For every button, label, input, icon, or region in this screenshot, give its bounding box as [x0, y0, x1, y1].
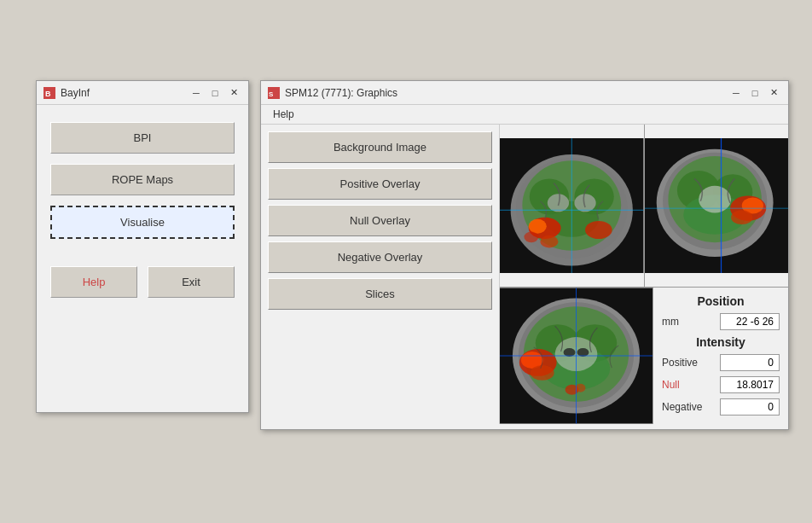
- spm-main: Background Image Positive Overlay Null O…: [261, 125, 788, 424]
- spm-minimize-btn[interactable]: ─: [728, 85, 744, 101]
- svg-point-27: [699, 186, 731, 213]
- negative-value: 0: [720, 398, 780, 415]
- brain-axial-svg: [500, 288, 652, 424]
- negative-intensity-row: Negative 0: [662, 398, 780, 415]
- spm-close-btn[interactable]: ✕: [766, 85, 781, 101]
- spm-maximize-btn[interactable]: □: [747, 85, 763, 101]
- bayinf-content: BPI ROPE Maps Visualise Help Exit: [37, 105, 248, 315]
- brain-images-top: [500, 125, 788, 288]
- svg-text:S: S: [269, 90, 274, 98]
- brain-coronal-svg: [500, 125, 644, 287]
- brain-sagittal-view: [645, 125, 789, 287]
- position-row: mm 22 -6 26: [662, 313, 780, 330]
- spm-left-panel: Background Image Positive Overlay Null O…: [261, 125, 500, 424]
- spm-window-controls: ─ □ ✕: [728, 85, 781, 101]
- svg-point-30: [731, 210, 752, 224]
- background-image-button[interactable]: Background Image: [268, 131, 492, 163]
- bayinf-window: B BayInf ─ □ ✕ BPI ROPE Maps Visualise H…: [36, 80, 249, 413]
- intensity-title: Intensity: [662, 335, 780, 349]
- bayinf-maximize-btn[interactable]: □: [207, 85, 223, 101]
- position-value: 22 -6 26: [720, 313, 780, 330]
- svg-point-17: [524, 232, 538, 243]
- spm-menubar: Help: [261, 105, 788, 125]
- spm-app-icon: S: [268, 87, 280, 99]
- position-title: Position: [662, 294, 780, 308]
- null-label: Null: [662, 379, 709, 391]
- spm-titlebar-left: S SPM12 (7771): Graphics: [268, 87, 397, 99]
- svg-point-14: [529, 219, 547, 234]
- exit-button[interactable]: Exit: [148, 266, 235, 298]
- mm-label: mm: [662, 316, 709, 328]
- bottom-buttons: Help Exit: [50, 266, 235, 298]
- bayinf-minimize-btn[interactable]: ─: [188, 85, 204, 101]
- svg-point-47: [576, 384, 586, 392]
- positive-intensity-row: Positive 0: [662, 354, 780, 371]
- bayinf-close-btn[interactable]: ✕: [226, 85, 241, 101]
- info-panel: Position mm 22 -6 26 Intensity Positive …: [653, 288, 788, 424]
- null-overlay-button[interactable]: Null Overlay: [268, 205, 492, 236]
- svg-point-16: [540, 235, 558, 248]
- positive-label: Positive: [662, 357, 709, 369]
- help-button[interactable]: Help: [50, 266, 137, 298]
- brain-axial-view: [500, 288, 653, 424]
- svg-point-15: [585, 221, 612, 239]
- positive-value: 0: [720, 354, 780, 371]
- svg-text:B: B: [45, 90, 51, 98]
- bayinf-window-controls: ─ □ ✕: [188, 85, 241, 101]
- help-menu-item[interactable]: Help: [268, 107, 299, 122]
- negative-overlay-button[interactable]: Negative Overlay: [268, 241, 492, 273]
- bayinf-app-icon: B: [44, 87, 55, 99]
- null-value: 18.8017: [720, 376, 780, 393]
- spm-titlebar: S SPM12 (7771): Graphics ─ □ ✕: [261, 81, 788, 105]
- negative-label: Negative: [662, 401, 709, 413]
- bayinf-titlebar: B BayInf ─ □ ✕: [37, 81, 248, 105]
- slices-button[interactable]: Slices: [268, 278, 492, 310]
- brain-sagittal-svg: [645, 125, 789, 287]
- rope-maps-button[interactable]: ROPE Maps: [50, 164, 235, 195]
- bpi-button[interactable]: BPI: [50, 122, 235, 154]
- svg-point-11: [548, 194, 569, 212]
- brain-coronal-view: [500, 125, 645, 287]
- desktop: B BayInf ─ □ ✕ BPI ROPE Maps Visualise H…: [0, 0, 812, 523]
- titlebar-left: B BayInf: [44, 87, 90, 99]
- svg-point-45: [531, 365, 554, 381]
- spm-window: S SPM12 (7771): Graphics ─ □ ✕ Help Back…: [260, 80, 789, 430]
- svg-point-12: [574, 194, 595, 212]
- brain-bottom: Position mm 22 -6 26 Intensity Positive …: [500, 288, 788, 424]
- visualise-button[interactable]: Visualise: [50, 206, 235, 239]
- positive-overlay-button[interactable]: Positive Overlay: [268, 168, 492, 200]
- spm-title: SPM12 (7771): Graphics: [285, 87, 397, 99]
- null-intensity-row: Null 18.8017: [662, 376, 780, 393]
- spm-right-panel: Position mm 22 -6 26 Intensity Positive …: [500, 125, 788, 424]
- bayinf-title: BayInf: [61, 87, 90, 99]
